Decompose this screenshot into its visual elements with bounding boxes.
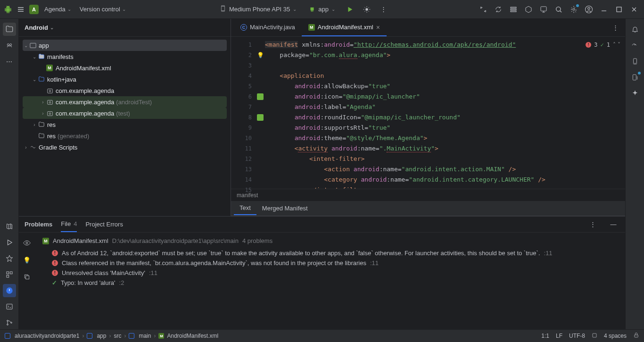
tree-node-app[interactable]: ⌄ app bbox=[23, 40, 227, 51]
problem-item[interactable]: ! Unresolved class 'MainActivity' :11 bbox=[42, 268, 618, 278]
nav-breadcrumbs[interactable]: aluraactivityandroidparte1 › app › src ›… bbox=[5, 333, 218, 339]
problems-tab-file[interactable]: File 4 bbox=[61, 217, 77, 232]
ai-assistant-button[interactable] bbox=[628, 87, 642, 100]
maximize-button[interactable] bbox=[613, 3, 625, 16]
project-view-label: Android bbox=[25, 24, 48, 31]
problems-tab-problems[interactable]: Problems bbox=[25, 217, 52, 232]
tree-node-res-gen[interactable]: res (generated) bbox=[23, 130, 227, 142]
code-with-me-icon[interactable] bbox=[477, 3, 489, 16]
readonly-toggle-icon[interactable] bbox=[592, 333, 597, 340]
problems-more-button[interactable]: ⋮ bbox=[586, 218, 599, 231]
tree-node-pkg2[interactable]: › com.example.agenda (androidTest) bbox=[23, 96, 227, 108]
sync-gradle-icon[interactable] bbox=[492, 3, 504, 16]
res-folder-icon bbox=[38, 133, 45, 139]
android-gutter-icon[interactable] bbox=[257, 93, 264, 100]
vcs-tool-button[interactable] bbox=[3, 316, 16, 329]
notifications-button[interactable] bbox=[628, 23, 642, 36]
problems-tool-button[interactable] bbox=[3, 284, 16, 297]
sub-tab-merged[interactable]: Merged Manifest bbox=[256, 202, 314, 215]
close-button[interactable] bbox=[628, 3, 640, 16]
crumb[interactable]: src bbox=[114, 333, 121, 339]
device-selector[interactable]: Medium Phone API 35 ⌄ bbox=[216, 3, 300, 15]
device-name: Medium Phone API 35 bbox=[229, 6, 290, 13]
android-gutter-icon[interactable] bbox=[257, 114, 264, 121]
commit-tool-button[interactable] bbox=[3, 39, 16, 52]
crumb[interactable]: main bbox=[139, 333, 151, 339]
close-tab-icon[interactable]: × bbox=[376, 24, 380, 31]
run-button[interactable] bbox=[344, 3, 356, 16]
bulb-icon[interactable]: 💡 bbox=[20, 253, 33, 267]
run-tool-button[interactable] bbox=[3, 236, 16, 249]
device-file-explorer-button[interactable] bbox=[628, 71, 642, 84]
resource-manager-icon[interactable] bbox=[537, 3, 550, 16]
project-dropdown[interactable]: Agenda⌄ bbox=[41, 4, 74, 15]
problem-item[interactable]: ! Class referenced in the manifest, `br.… bbox=[42, 258, 618, 268]
lock-icon[interactable] bbox=[633, 332, 639, 340]
svg-rect-32 bbox=[593, 334, 596, 337]
crumb-icon bbox=[87, 333, 92, 339]
chevron-down-icon: ⌄ bbox=[293, 7, 297, 12]
prev-highlight-icon[interactable]: ˄ bbox=[613, 40, 616, 50]
problem-item[interactable]: ! As of Android 12, `android:exported` m… bbox=[42, 248, 618, 258]
expand-icon: › bbox=[31, 122, 38, 127]
eye-icon[interactable] bbox=[20, 236, 33, 250]
svg-rect-29 bbox=[633, 58, 636, 64]
tree-node-pkg1[interactable]: com.example.agenda bbox=[23, 85, 227, 96]
project-view-dropdown[interactable]: Android ⌄ bbox=[19, 19, 231, 37]
more-button[interactable]: ⋮ bbox=[378, 3, 390, 16]
vcs-dropdown[interactable]: Version control⌄ bbox=[77, 4, 129, 15]
crumb[interactable]: aluraactivityandroidparte1 bbox=[15, 333, 79, 339]
tab-main-activity[interactable]: C MainActivity.java bbox=[234, 19, 302, 36]
app-inspection-icon[interactable] bbox=[522, 3, 535, 16]
indent-setting[interactable]: 4 spaces bbox=[604, 333, 627, 339]
minimize-button[interactable] bbox=[598, 3, 610, 16]
copy-icon[interactable] bbox=[20, 270, 33, 284]
tab-manifest[interactable]: M AndroidManifest.xml × bbox=[302, 19, 387, 36]
sub-tab-text[interactable]: Text bbox=[234, 201, 256, 215]
line-separator[interactable]: LF bbox=[556, 333, 562, 339]
tree-node-kotlin[interactable]: ⌄ kotlin+java bbox=[23, 74, 227, 85]
debug-button[interactable] bbox=[361, 3, 373, 16]
svg-point-22 bbox=[49, 90, 51, 92]
crumb[interactable]: app bbox=[97, 333, 106, 339]
device-manager-icon[interactable] bbox=[507, 3, 520, 16]
tree-node-res[interactable]: › res bbox=[23, 119, 227, 130]
structure-tool-button[interactable] bbox=[3, 220, 16, 233]
tree-node-pkg3[interactable]: › com.example.agenda (test) bbox=[23, 108, 227, 119]
svg-rect-13 bbox=[10, 272, 12, 274]
tree-node-manifest-file[interactable]: M AndroidManifest.xml bbox=[23, 62, 227, 74]
project-tool-button[interactable] bbox=[3, 23, 16, 36]
tree-node-gradle[interactable]: › Gradle Scripts bbox=[23, 142, 227, 153]
tab-more-button[interactable]: ⋮ bbox=[609, 22, 622, 33]
more-tools-button[interactable]: ⋯ bbox=[3, 55, 16, 68]
run-config-selector[interactable]: app ⌄ bbox=[305, 3, 339, 15]
code-editor[interactable]: 123456789101112131415 💡 <manifest xmlns:… bbox=[231, 37, 625, 189]
breadcrumb-bar[interactable]: manifest bbox=[231, 189, 625, 201]
bulb-icon[interactable]: 💡 bbox=[257, 50, 264, 60]
project-chip[interactable]: A bbox=[29, 5, 39, 14]
main-menu-button[interactable] bbox=[15, 4, 26, 15]
crumb-icon bbox=[129, 333, 134, 339]
code-content[interactable]: <manifest xmlns:android="http://schemas.… bbox=[265, 37, 625, 189]
favorites-tool-button[interactable] bbox=[3, 252, 16, 265]
next-highlight-icon[interactable]: ˅ bbox=[618, 40, 620, 50]
caret-position[interactable]: 1:1 bbox=[541, 333, 549, 339]
build-variants-button[interactable] bbox=[3, 268, 16, 281]
problems-hide-button[interactable]: — bbox=[607, 218, 619, 231]
inspection-summary[interactable]: !3 ✓1 ˄˅ bbox=[586, 40, 620, 50]
problems-tab-project[interactable]: Project Errors bbox=[85, 217, 123, 232]
problem-file-header[interactable]: M AndroidManifest.xml D:\dev\aluraactivi… bbox=[42, 237, 618, 244]
encoding[interactable]: UTF-8 bbox=[569, 333, 585, 339]
search-icon[interactable] bbox=[553, 3, 565, 16]
settings-icon[interactable] bbox=[568, 3, 580, 16]
tree-node-manifests[interactable]: ⌄ manifests bbox=[23, 51, 227, 62]
crumb[interactable]: AndroidManifest.xml bbox=[167, 333, 218, 339]
problem-item[interactable]: ✓ Typo: In word 'alura' :2 bbox=[42, 278, 618, 288]
gradle-button[interactable] bbox=[628, 39, 642, 52]
module-icon bbox=[29, 42, 37, 49]
emulator-button[interactable] bbox=[628, 55, 642, 68]
svg-point-5 bbox=[556, 7, 561, 11]
svg-point-0 bbox=[365, 8, 368, 10]
terminal-tool-button[interactable] bbox=[3, 300, 16, 313]
account-icon[interactable] bbox=[583, 3, 595, 16]
